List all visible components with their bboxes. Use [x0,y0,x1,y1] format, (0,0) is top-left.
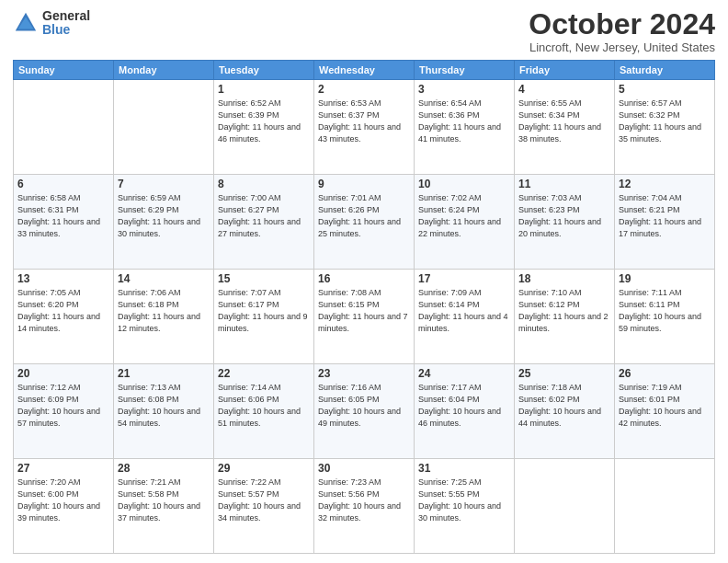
col-sunday: Sunday [14,61,114,80]
table-row [14,80,114,175]
cell-info: Sunrise: 6:55 AM Sunset: 6:34 PM Dayligh… [518,98,610,145]
table-row: 23Sunrise: 7:16 AM Sunset: 6:05 PM Dayli… [314,364,415,459]
calendar-week-2: 6Sunrise: 6:58 AM Sunset: 6:31 PM Daylig… [14,175,715,270]
day-number: 8 [218,178,310,190]
day-number: 4 [518,83,610,96]
day-number: 18 [518,272,610,285]
table-row: 11Sunrise: 7:03 AM Sunset: 6:23 PM Dayli… [515,175,615,270]
cell-info: Sunrise: 7:11 AM Sunset: 6:11 PM Dayligh… [619,287,711,335]
day-number: 7 [118,178,210,190]
table-row [615,459,715,554]
table-row: 27Sunrise: 7:20 AM Sunset: 6:00 PM Dayli… [14,459,114,554]
col-wednesday: Wednesday [314,61,415,80]
cell-info: Sunrise: 7:13 AM Sunset: 6:08 PM Dayligh… [118,382,210,430]
table-row: 13Sunrise: 7:05 AM Sunset: 6:20 PM Dayli… [14,270,114,364]
cell-info: Sunrise: 7:05 AM Sunset: 6:20 PM Dayligh… [17,287,109,335]
cell-info: Sunrise: 6:58 AM Sunset: 6:31 PM Dayligh… [17,192,109,240]
day-number: 16 [318,272,410,285]
cell-info: Sunrise: 6:57 AM Sunset: 6:32 PM Dayligh… [619,98,711,145]
table-row: 12Sunrise: 7:04 AM Sunset: 6:21 PM Dayli… [615,175,715,270]
cell-info: Sunrise: 7:01 AM Sunset: 6:26 PM Dayligh… [318,192,410,240]
table-row [515,459,615,554]
table-row: 26Sunrise: 7:19 AM Sunset: 6:01 PM Dayli… [615,364,715,459]
month-title: October 2024 [529,9,715,39]
cell-info: Sunrise: 6:53 AM Sunset: 6:37 PM Dayligh… [318,98,410,145]
table-row: 14Sunrise: 7:06 AM Sunset: 6:18 PM Dayli… [114,270,214,364]
cell-info: Sunrise: 7:21 AM Sunset: 5:58 PM Dayligh… [118,477,210,524]
cell-info: Sunrise: 7:08 AM Sunset: 6:15 PM Dayligh… [318,287,410,335]
day-number: 24 [418,367,510,380]
table-row: 3Sunrise: 6:54 AM Sunset: 6:36 PM Daylig… [415,80,515,175]
cell-info: Sunrise: 7:07 AM Sunset: 6:17 PM Dayligh… [218,287,310,335]
page: General Blue October 2024 Lincroft, New … [0,0,728,563]
col-monday: Monday [114,61,214,80]
table-row: 5Sunrise: 6:57 AM Sunset: 6:32 PM Daylig… [615,80,715,175]
logo: General Blue [13,9,90,38]
cell-info: Sunrise: 7:19 AM Sunset: 6:01 PM Dayligh… [619,382,711,430]
day-number: 14 [118,272,210,285]
day-number: 1 [218,83,310,96]
cell-info: Sunrise: 6:52 AM Sunset: 6:39 PM Dayligh… [218,98,310,145]
table-row: 10Sunrise: 7:02 AM Sunset: 6:24 PM Dayli… [415,175,515,270]
cell-info: Sunrise: 7:04 AM Sunset: 6:21 PM Dayligh… [619,192,711,240]
day-number: 29 [218,462,310,475]
cell-info: Sunrise: 7:25 AM Sunset: 5:55 PM Dayligh… [418,477,510,524]
logo-blue-text: Blue [42,23,90,37]
table-row: 1Sunrise: 6:52 AM Sunset: 6:39 PM Daylig… [214,80,314,175]
cell-info: Sunrise: 6:59 AM Sunset: 6:29 PM Dayligh… [118,192,210,240]
day-number: 6 [17,178,109,190]
location: Lincroft, New Jersey, United States [529,40,715,54]
table-row: 31Sunrise: 7:25 AM Sunset: 5:55 PM Dayli… [415,459,515,554]
day-number: 25 [518,367,610,380]
table-row: 8Sunrise: 7:00 AM Sunset: 6:27 PM Daylig… [214,175,314,270]
day-number: 26 [619,367,711,380]
cell-info: Sunrise: 7:02 AM Sunset: 6:24 PM Dayligh… [418,192,510,240]
day-number: 28 [118,462,210,475]
table-row: 9Sunrise: 7:01 AM Sunset: 6:26 PM Daylig… [314,175,415,270]
day-number: 27 [17,462,109,475]
day-number: 3 [418,83,510,96]
cell-info: Sunrise: 6:54 AM Sunset: 6:36 PM Dayligh… [418,98,510,145]
day-number: 21 [118,367,210,380]
cell-info: Sunrise: 7:17 AM Sunset: 6:04 PM Dayligh… [418,382,510,430]
day-number: 20 [17,367,109,380]
cell-info: Sunrise: 7:03 AM Sunset: 6:23 PM Dayligh… [518,192,610,240]
calendar-table: Sunday Monday Tuesday Wednesday Thursday… [13,60,715,554]
table-row: 15Sunrise: 7:07 AM Sunset: 6:17 PM Dayli… [214,270,314,364]
day-number: 22 [218,367,310,380]
day-number: 12 [619,178,711,190]
cell-info: Sunrise: 7:06 AM Sunset: 6:18 PM Dayligh… [118,287,210,335]
table-row: 18Sunrise: 7:10 AM Sunset: 6:12 PM Dayli… [515,270,615,364]
table-row: 2Sunrise: 6:53 AM Sunset: 6:37 PM Daylig… [314,80,415,175]
table-row: 20Sunrise: 7:12 AM Sunset: 6:09 PM Dayli… [14,364,114,459]
calendar-week-3: 13Sunrise: 7:05 AM Sunset: 6:20 PM Dayli… [14,270,715,364]
table-row [114,80,214,175]
logo-text: General Blue [42,9,90,38]
table-row: 24Sunrise: 7:17 AM Sunset: 6:04 PM Dayli… [415,364,515,459]
col-tuesday: Tuesday [214,61,314,80]
table-row: 17Sunrise: 7:09 AM Sunset: 6:14 PM Dayli… [415,270,515,364]
table-row: 28Sunrise: 7:21 AM Sunset: 5:58 PM Dayli… [114,459,214,554]
header: General Blue October 2024 Lincroft, New … [13,9,715,54]
day-number: 30 [318,462,410,475]
day-number: 31 [418,462,510,475]
table-row: 6Sunrise: 6:58 AM Sunset: 6:31 PM Daylig… [14,175,114,270]
cell-info: Sunrise: 7:09 AM Sunset: 6:14 PM Dayligh… [418,287,510,335]
col-friday: Friday [515,61,615,80]
day-number: 2 [318,83,410,96]
cell-info: Sunrise: 7:10 AM Sunset: 6:12 PM Dayligh… [518,287,610,335]
cell-info: Sunrise: 7:20 AM Sunset: 6:00 PM Dayligh… [17,477,109,524]
day-number: 13 [17,272,109,285]
day-number: 15 [218,272,310,285]
logo-general-text: General [42,9,90,23]
cell-info: Sunrise: 7:23 AM Sunset: 5:56 PM Dayligh… [318,477,410,524]
table-row: 25Sunrise: 7:18 AM Sunset: 6:02 PM Dayli… [515,364,615,459]
table-row: 21Sunrise: 7:13 AM Sunset: 6:08 PM Dayli… [114,364,214,459]
calendar-week-4: 20Sunrise: 7:12 AM Sunset: 6:09 PM Dayli… [14,364,715,459]
logo-icon [13,10,39,36]
table-row: 19Sunrise: 7:11 AM Sunset: 6:11 PM Dayli… [615,270,715,364]
day-number: 9 [318,178,410,190]
day-number: 10 [418,178,510,190]
header-right: October 2024 Lincroft, New Jersey, Unite… [529,9,715,54]
table-row: 30Sunrise: 7:23 AM Sunset: 5:56 PM Dayli… [314,459,415,554]
